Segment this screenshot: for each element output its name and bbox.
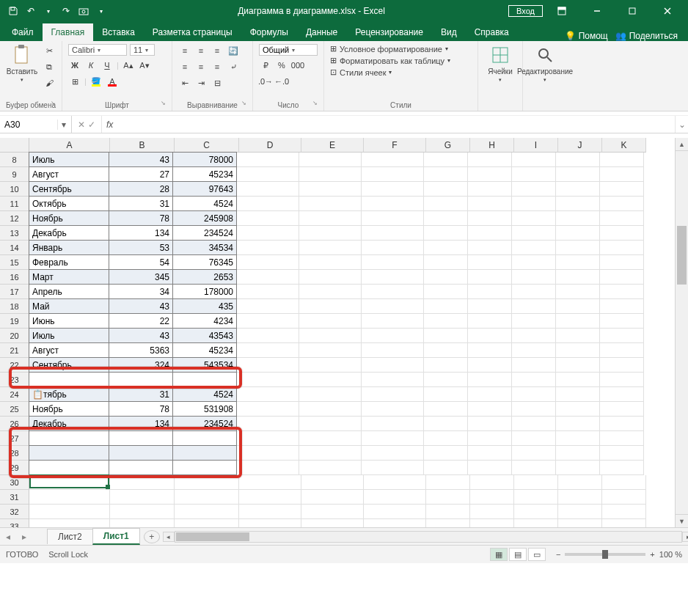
cell[interactable] xyxy=(239,475,301,490)
cell[interactable] xyxy=(600,387,644,402)
copy-icon[interactable]: ⧉ xyxy=(43,60,56,73)
cell[interactable] xyxy=(237,226,299,241)
cell[interactable] xyxy=(468,446,512,461)
cell[interactable] xyxy=(299,329,362,343)
cell[interactable] xyxy=(424,270,468,285)
cell[interactable] xyxy=(468,373,512,387)
cell[interactable] xyxy=(512,153,556,167)
cell[interactable] xyxy=(600,167,644,182)
cell[interactable]: 531908 xyxy=(172,401,237,417)
cell[interactable] xyxy=(29,445,109,461)
row-header[interactable]: 9 xyxy=(0,167,29,182)
cell[interactable] xyxy=(237,387,299,402)
cell[interactable] xyxy=(109,372,173,387)
cell[interactable] xyxy=(512,343,556,358)
cells-button[interactable]: Ячейки ▾ xyxy=(484,44,516,83)
cell[interactable] xyxy=(237,431,299,446)
cell[interactable] xyxy=(600,270,644,285)
cell[interactable] xyxy=(362,446,424,461)
cell[interactable] xyxy=(299,358,362,373)
cell[interactable] xyxy=(556,431,600,446)
horizontal-scrollbar[interactable]: ◂ ▸ xyxy=(175,531,682,543)
cell[interactable] xyxy=(468,182,512,197)
cell[interactable] xyxy=(600,343,644,358)
cell[interactable] xyxy=(600,417,644,431)
cell[interactable] xyxy=(364,475,426,490)
tab-data[interactable]: Данные xyxy=(297,23,346,41)
cell[interactable] xyxy=(512,387,556,402)
cell[interactable] xyxy=(362,197,424,211)
view-page-break-icon[interactable]: ▭ xyxy=(528,548,546,561)
cell[interactable]: 2653 xyxy=(172,269,237,285)
cell[interactable] xyxy=(602,505,646,519)
cell[interactable] xyxy=(175,519,239,528)
cell[interactable]: 43 xyxy=(109,152,173,167)
cell[interactable] xyxy=(237,167,299,182)
cell[interactable] xyxy=(424,197,468,211)
cell[interactable]: Декабрь xyxy=(29,225,109,241)
cell[interactable] xyxy=(468,153,512,167)
dialog-launcher-icon[interactable]: ↘ xyxy=(161,100,169,109)
cell[interactable] xyxy=(362,167,424,182)
cell[interactable] xyxy=(512,373,556,387)
sheet-tab-active[interactable]: Лист1 xyxy=(92,528,140,545)
cell[interactable] xyxy=(424,167,468,182)
cell[interactable] xyxy=(512,358,556,373)
cut-icon[interactable]: ✂ xyxy=(43,44,56,57)
undo-icon[interactable]: ↶ xyxy=(25,5,37,17)
cell[interactable] xyxy=(424,182,468,197)
cell[interactable] xyxy=(299,343,362,358)
cell[interactable] xyxy=(237,211,299,226)
cell[interactable]: 34 xyxy=(109,284,173,299)
cell[interactable] xyxy=(600,241,644,255)
cell[interactable] xyxy=(299,153,362,167)
column-header[interactable]: E xyxy=(301,138,364,153)
cell[interactable] xyxy=(468,402,512,417)
cell[interactable] xyxy=(362,431,424,446)
cell[interactable] xyxy=(299,270,362,285)
cell[interactable] xyxy=(362,329,424,343)
cell[interactable]: Сентябрь xyxy=(29,181,109,197)
cell[interactable]: 4524 xyxy=(172,196,237,211)
cell[interactable] xyxy=(424,373,468,387)
cell[interactable]: 97643 xyxy=(172,181,237,197)
row-header[interactable]: 20 xyxy=(0,329,29,343)
cell[interactable] xyxy=(512,285,556,299)
cell[interactable] xyxy=(468,285,512,299)
cell[interactable] xyxy=(600,373,644,387)
row-header[interactable]: 26 xyxy=(0,417,29,431)
cell[interactable] xyxy=(600,329,644,343)
row-header[interactable]: 18 xyxy=(0,299,29,314)
cell[interactable] xyxy=(110,505,175,519)
row-header[interactable]: 28 xyxy=(0,446,29,461)
cell[interactable] xyxy=(468,461,512,475)
row-header[interactable]: 21 xyxy=(0,343,29,358)
cell[interactable] xyxy=(29,490,110,505)
cell[interactable] xyxy=(468,255,512,270)
tab-page-layout[interactable]: Разметка страницы xyxy=(144,23,241,41)
cell[interactable] xyxy=(556,314,600,329)
bold-button[interactable]: Ж xyxy=(68,59,81,72)
cell[interactable] xyxy=(600,197,644,211)
tab-view[interactable]: Вид xyxy=(432,23,466,41)
cell[interactable] xyxy=(237,299,299,314)
cell[interactable] xyxy=(364,519,426,528)
column-header[interactable]: I xyxy=(514,138,558,153)
cell[interactable] xyxy=(512,446,556,461)
cell[interactable]: 4524 xyxy=(172,386,237,402)
cell[interactable] xyxy=(600,446,644,461)
cell[interactable] xyxy=(299,314,362,329)
caret-down-icon[interactable]: ▾ xyxy=(95,5,107,17)
cell[interactable] xyxy=(172,372,237,387)
zoom-out-icon[interactable]: − xyxy=(556,550,560,559)
view-page-layout-icon[interactable]: ▤ xyxy=(509,548,527,561)
cell[interactable] xyxy=(600,211,644,226)
dialog-launcher-icon[interactable]: ↘ xyxy=(241,100,250,109)
maximize-icon[interactable] xyxy=(616,1,648,21)
cell[interactable] xyxy=(512,402,556,417)
cell[interactable] xyxy=(558,519,602,528)
cell[interactable] xyxy=(237,343,299,358)
cell[interactable] xyxy=(600,153,644,167)
row-header[interactable]: 16 xyxy=(0,270,29,285)
row-header[interactable]: 32 xyxy=(0,505,29,519)
